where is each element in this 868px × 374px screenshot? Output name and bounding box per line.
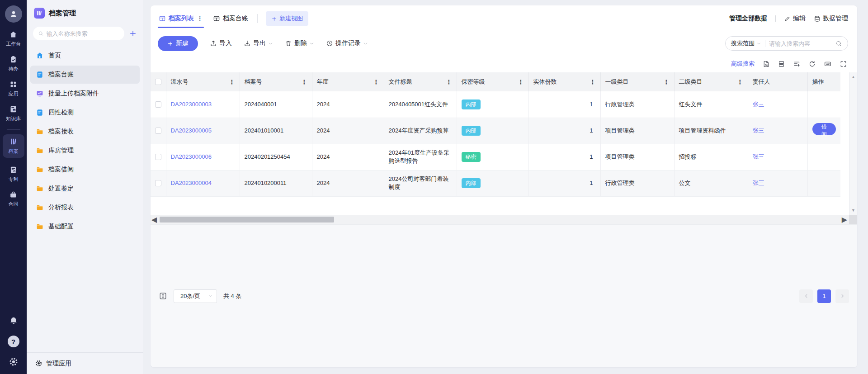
column-menu-icon[interactable]: ⋮ xyxy=(737,79,743,85)
select-all-checkbox[interactable] xyxy=(155,79,161,85)
column-menu-icon[interactable]: ⋮ xyxy=(302,79,307,85)
horizontal-scrollbar[interactable]: ◀ ▶ xyxy=(151,215,857,224)
column-menu-icon[interactable]: ⋮ xyxy=(229,79,235,85)
bell-icon[interactable] xyxy=(9,316,19,326)
chevron-down-icon xyxy=(208,294,213,298)
rail-item-label: 应用 xyxy=(9,90,19,97)
add-menu-button[interactable] xyxy=(129,29,137,38)
column-actions: 操作 xyxy=(807,72,840,91)
data-manage-button[interactable]: 数据管理 xyxy=(814,14,848,23)
main-search-input[interactable] xyxy=(769,40,832,47)
vertical-scrollbar[interactable]: ▲ ▼ xyxy=(849,72,857,215)
rail-item-workbench[interactable]: 工作台 xyxy=(3,30,24,47)
header-checkbox-cell xyxy=(151,72,166,91)
sidebar-item-warehouse[interactable]: 库房管理 xyxy=(30,142,140,160)
sidebar-item-disposal[interactable]: 处置鉴定 xyxy=(30,180,140,198)
edit-button[interactable]: 编辑 xyxy=(784,14,806,23)
user-avatar[interactable] xyxy=(5,5,22,23)
column-menu-icon[interactable]: ⋮ xyxy=(373,79,379,85)
serial-link[interactable]: DA2023000006 xyxy=(171,153,212,160)
sidebar-item-label: 批量上传档案附件 xyxy=(48,90,99,98)
refresh-icon[interactable] xyxy=(808,60,816,68)
sidebar-item-base-config[interactable]: 基础配置 xyxy=(30,218,140,236)
sidebar-item-four-check[interactable]: 四性检测 xyxy=(30,104,140,122)
manage-all-data-button[interactable]: 管理全部数据 xyxy=(729,14,767,23)
advanced-search-link[interactable]: 高级搜索 xyxy=(731,60,755,68)
left-rail: 工作台 待办 应用 AI 知识库 档案 专利 合同 ? xyxy=(0,0,27,374)
actions-cell: 借阅 xyxy=(807,118,840,144)
tab-archive-list[interactable]: 档案列表 ⋮ xyxy=(158,5,204,32)
column-menu-icon[interactable]: ⋮ xyxy=(664,79,670,85)
scroll-right-icon[interactable]: ▶ xyxy=(841,215,848,224)
sidebar-search-row xyxy=(27,25,143,45)
row-checkbox[interactable] xyxy=(155,101,161,108)
rail-item-archive[interactable]: 档案 xyxy=(3,134,24,158)
sidebar-item-home[interactable]: 首页 xyxy=(30,47,140,65)
rail-item-knowledge[interactable]: AI 知识库 xyxy=(3,105,24,122)
sidebar-item-archive-receive[interactable]: 档案接收 xyxy=(30,123,140,141)
table-row: DA2023000006 20240201250454 2024 2024年01… xyxy=(151,144,840,170)
scroll-up-icon[interactable]: ▲ xyxy=(851,75,855,79)
rail-item-apps[interactable]: 应用 xyxy=(3,80,24,97)
title-cell: 2024年01度生产设备采购选型报告 xyxy=(384,144,457,170)
rail-item-contract[interactable]: 合同 xyxy=(3,190,24,208)
current-page-button[interactable]: 1 xyxy=(817,289,831,303)
topbar: 档案列表 ⋮ 档案台账 新建视图 管理全部数据 编辑 xyxy=(151,5,857,32)
search-icon[interactable] xyxy=(835,40,842,47)
serial-link[interactable]: DA2023000005 xyxy=(171,127,212,134)
tab-archive-ledger[interactable]: 档案台账 xyxy=(212,5,249,32)
owner-link[interactable]: 张三 xyxy=(753,127,764,134)
page-size-select[interactable]: 20条/页 xyxy=(174,289,217,303)
serial-link[interactable]: DA2023000003 xyxy=(171,101,212,108)
rail-item-patent[interactable]: 专利 xyxy=(3,166,24,183)
borrow-button[interactable]: 借阅 xyxy=(812,123,836,135)
table-zone: 流水号⋮ 档案号⋮ 年度⋮ 文件标题⋮ 保密等级⋮ 实体份数⋮ 一级类目⋮ 二级… xyxy=(151,72,857,215)
column-menu-icon[interactable]: ⋮ xyxy=(518,79,524,85)
owner-link[interactable]: 张三 xyxy=(753,180,764,186)
row-checkbox[interactable] xyxy=(155,128,161,134)
scrollbar-thumb[interactable] xyxy=(160,217,334,223)
category1-cell: 项目管理类 xyxy=(600,118,674,144)
scroll-down-icon[interactable]: ▼ xyxy=(851,208,855,213)
import-button[interactable]: 导入 xyxy=(210,39,232,47)
sidebar-search-input[interactable] xyxy=(47,30,119,37)
owner-link[interactable]: 张三 xyxy=(753,153,764,160)
settings-gear-icon[interactable] xyxy=(9,357,19,367)
new-view-button[interactable]: 新建视图 xyxy=(266,11,308,26)
column-label: 年度 xyxy=(317,78,329,86)
layout-rows-icon[interactable] xyxy=(778,60,785,68)
owner-link[interactable]: 张三 xyxy=(753,101,764,108)
next-page-button[interactable] xyxy=(835,289,849,303)
row-checkbox[interactable] xyxy=(155,154,161,160)
rail-item-todo[interactable]: 待办 xyxy=(3,55,24,72)
manage-apps-button[interactable]: 管理应用 xyxy=(27,352,143,374)
sidebar-item-archive-ledger[interactable]: 档案台账 xyxy=(30,66,140,84)
table-body: DA2023000003 2024040001 2024 20240405001… xyxy=(151,91,840,196)
sidebar-item-reports[interactable]: 分析报表 xyxy=(30,199,140,217)
search-scope-dropdown[interactable]: 搜索范围 xyxy=(731,39,761,47)
plus-icon xyxy=(271,16,277,22)
fullscreen-icon[interactable] xyxy=(840,60,847,68)
column-menu-icon[interactable]: ⋮ xyxy=(590,79,596,85)
app-logo-icon xyxy=(34,8,45,19)
sidebar-item-borrow[interactable]: 档案借阅 xyxy=(30,161,140,179)
export-file-icon[interactable] xyxy=(762,60,770,68)
keyboard-icon[interactable] xyxy=(824,60,832,68)
svg-text:AI: AI xyxy=(14,109,15,111)
scroll-left-icon[interactable]: ◀ xyxy=(151,215,158,224)
tab-kebab-icon[interactable]: ⋮ xyxy=(197,15,203,22)
row-height-icon[interactable] xyxy=(793,60,801,68)
tab-separator xyxy=(257,14,258,23)
row-checkbox[interactable] xyxy=(155,180,161,186)
new-button[interactable]: 新建 xyxy=(158,36,198,51)
operation-log-button[interactable]: 操作记录 xyxy=(326,39,368,47)
sidebar-item-batch-upload[interactable]: 批量上传档案附件 xyxy=(30,85,140,103)
help-icon[interactable]: ? xyxy=(8,336,19,347)
serial-link[interactable]: DA2023000004 xyxy=(171,180,212,186)
export-button[interactable]: 导出 xyxy=(244,39,273,47)
column-menu-icon[interactable]: ⋮ xyxy=(446,79,452,85)
delete-button[interactable]: 删除 xyxy=(285,39,314,47)
prev-page-button[interactable] xyxy=(799,289,813,303)
row-density-icon[interactable] xyxy=(159,292,167,300)
sidebar-search[interactable] xyxy=(33,27,124,40)
